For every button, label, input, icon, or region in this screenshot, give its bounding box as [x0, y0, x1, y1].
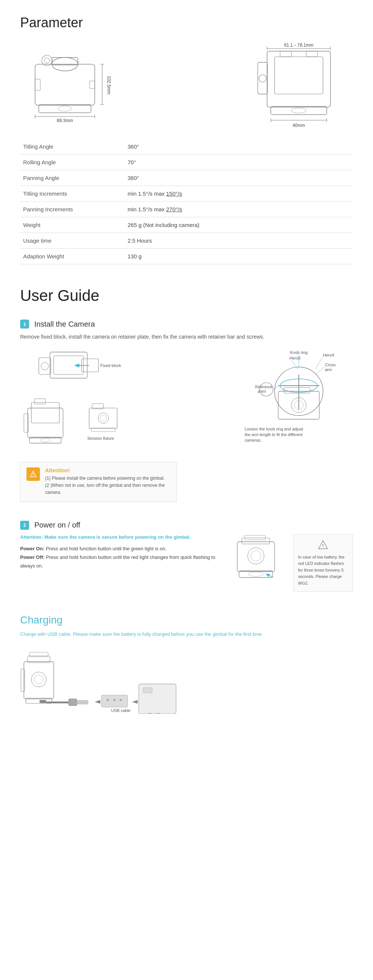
spec-row: Titling Increments min 1.5°/s max 150°/s — [20, 186, 353, 202]
svg-rect-43 — [34, 399, 46, 404]
svg-point-84 — [248, 572, 263, 576]
spec-row-panning-increments: Panning Increments min 1.5°/s max 270°/s — [20, 202, 353, 217]
step2-title: Power on / off — [34, 521, 80, 530]
spec-name: Panning Angle — [20, 170, 125, 186]
svg-point-4 — [44, 58, 49, 63]
attention-content: Attention! (1) Please install the camera… — [45, 468, 170, 496]
svg-text:!: ! — [322, 543, 324, 549]
svg-rect-0 — [35, 64, 95, 105]
svg-rect-34 — [54, 356, 84, 374]
svg-text:!: ! — [32, 472, 34, 477]
step2-header: 2 Power on / off — [20, 521, 353, 530]
step1-right-diagram: Knob ring Hero4 Hero5 Cross arm — [241, 348, 353, 454]
svg-rect-21 — [267, 51, 330, 107]
svg-text:Cross: Cross — [325, 363, 336, 367]
svg-line-55 — [316, 357, 322, 369]
svg-text:USB cable: USB cable — [111, 708, 130, 713]
spec-name: Titling Angle — [20, 139, 125, 154]
spec-value: 265 g (Not including camera) — [125, 217, 353, 233]
svg-text:Fixed block: Fixed block — [100, 363, 121, 368]
spec-row: Weight 265 g (Not including camera) — [20, 217, 353, 233]
spec-row: Usage time 2.5 Hours — [20, 233, 353, 249]
power-warning: Attention: Make sure the camera is secur… — [20, 534, 219, 540]
svg-rect-25 — [258, 62, 267, 94]
step2-number: 2 — [20, 521, 29, 530]
svg-rect-2 — [52, 57, 78, 65]
svg-rect-97 — [46, 702, 69, 703]
svg-text:40mm: 40mm — [292, 123, 305, 128]
step1-header: 1 Install the Camera — [20, 320, 353, 329]
svg-text:Session fixture: Session fixture — [87, 436, 114, 441]
user-guide-title: User Guide — [20, 287, 353, 305]
svg-line-72 — [273, 386, 278, 390]
step1-title: Install the Camera — [34, 320, 95, 329]
charging-section: Charging Charge with USB cable. Please m… — [20, 614, 353, 718]
svg-text:Hero4: Hero4 — [323, 353, 334, 357]
svg-text:Loosen the knob ring and adjus: Loosen the knob ring and adjust — [245, 427, 303, 431]
svg-point-104 — [120, 699, 122, 701]
svg-rect-42 — [31, 402, 59, 423]
svg-marker-100 — [95, 700, 100, 704]
svg-rect-7 — [35, 79, 40, 90]
svg-line-85 — [266, 574, 273, 577]
charging-diagram: USB cable — [20, 643, 353, 718]
spec-value: 70° — [125, 154, 353, 170]
attention-text: (1) Please install the camera before pow… — [45, 475, 170, 496]
svg-point-36 — [41, 363, 49, 370]
spec-name: Adaption Weight — [20, 249, 125, 264]
svg-rect-88 — [24, 662, 54, 699]
svg-rect-27 — [271, 107, 327, 115]
svg-point-82 — [251, 550, 261, 561]
svg-rect-80 — [245, 535, 265, 540]
svg-rect-107 — [148, 713, 152, 714]
parameter-title: Parameter — [20, 15, 353, 30]
svg-text:Reference: Reference — [255, 385, 273, 389]
battery-warning-icon: ! — [298, 539, 348, 551]
svg-text:Knob ring: Knob ring — [290, 350, 307, 355]
svg-rect-109 — [143, 688, 152, 693]
svg-point-94 — [34, 675, 43, 684]
svg-rect-108 — [156, 713, 160, 714]
spec-name: Titling Increments — [20, 186, 125, 202]
svg-point-103 — [113, 699, 116, 701]
svg-text:61.1～78.1mm: 61.1～78.1mm — [284, 43, 314, 48]
specs-table: Titling Angle 360° Rolling Angle 70° Pan… — [20, 139, 353, 264]
right-diagram: 61.1～78.1mm — [245, 42, 349, 124]
attention-box: ! Attention! (1) Please install the came… — [20, 462, 177, 502]
svg-point-81 — [248, 548, 264, 564]
power-content: Attention: Make sure the camera is secur… — [20, 534, 353, 595]
spec-row: Rolling Angle 70° — [20, 154, 353, 170]
spec-name: Usage time — [20, 233, 125, 249]
svg-rect-23 — [280, 51, 291, 57]
svg-rect-98 — [69, 699, 77, 706]
svg-rect-35 — [39, 358, 51, 374]
diagrams-row: 89.3mm 102.5mm 61.1～78.1mm — [20, 42, 353, 124]
spec-row: Panning Angle 360° — [20, 170, 353, 186]
step1-description: Remove fixed block, install the camera o… — [20, 333, 353, 341]
svg-point-45 — [40, 438, 51, 442]
spec-row: Titling Angle 360° — [20, 139, 353, 154]
svg-point-93 — [31, 672, 46, 687]
battery-warning-text: In case of low battery, the red LED indi… — [298, 554, 348, 587]
svg-rect-24 — [306, 51, 317, 57]
svg-point-28 — [291, 108, 306, 113]
battery-warning-box: ! In case of low battery, the red LED in… — [293, 534, 353, 592]
svg-rect-95 — [40, 700, 46, 703]
attention-label: Attention! — [45, 468, 170, 473]
svg-point-102 — [107, 699, 109, 701]
spec-name: Rolling Angle — [20, 154, 125, 170]
svg-text:the arm length to fit the diff: the arm length to fit the different — [245, 432, 303, 437]
step1-number: 1 — [20, 320, 29, 329]
svg-point-50 — [100, 415, 106, 421]
step1-left-diagram: Fixed block — [20, 348, 147, 454]
svg-marker-105 — [132, 700, 138, 704]
svg-rect-99 — [77, 700, 88, 704]
svg-rect-8 — [89, 81, 95, 89]
spec-value: 360° — [125, 170, 353, 186]
spec-value: 130 g — [125, 249, 353, 264]
svg-text:point: point — [258, 390, 266, 393]
svg-rect-5 — [39, 105, 91, 113]
power-diagram — [226, 534, 286, 595]
svg-point-26 — [259, 75, 266, 82]
spec-value: min 1.5°/s max 150°/s — [125, 186, 353, 202]
